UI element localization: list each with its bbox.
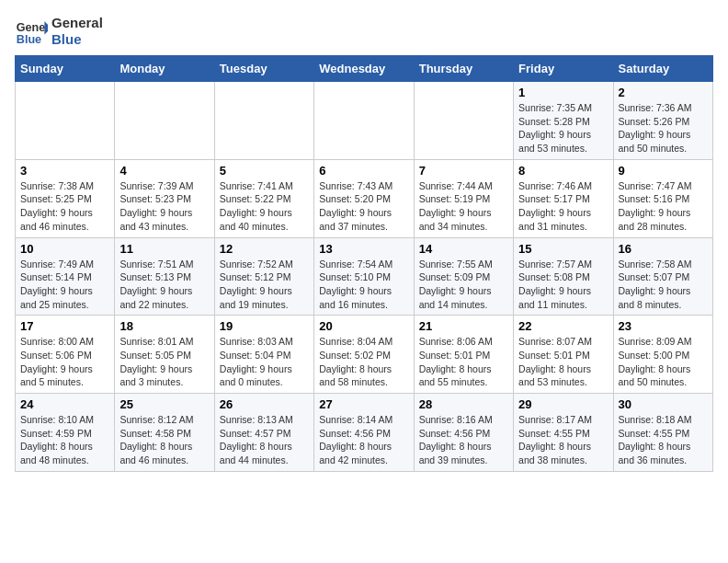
day-number: 5: [220, 164, 309, 178]
weekday-friday: Friday: [514, 56, 613, 82]
day-info: Sunrise: 8:17 AM Sunset: 4:55 PM Dayligh…: [518, 413, 608, 467]
svg-text:Blue: Blue: [17, 33, 41, 46]
calendar-cell: 10Sunrise: 7:49 AM Sunset: 5:14 PM Dayli…: [16, 237, 115, 316]
day-info: Sunrise: 7:57 AM Sunset: 5:08 PM Dayligh…: [518, 258, 608, 312]
day-info: Sunrise: 7:55 AM Sunset: 5:09 PM Dayligh…: [419, 258, 508, 312]
day-number: 23: [619, 319, 708, 333]
calendar-cell: 17Sunrise: 8:00 AM Sunset: 5:06 PM Dayli…: [16, 316, 115, 394]
day-info: Sunrise: 8:00 AM Sunset: 5:06 PM Dayligh…: [20, 335, 109, 389]
day-info: Sunrise: 7:38 AM Sunset: 5:25 PM Dayligh…: [20, 179, 109, 234]
calendar-week-4: 17Sunrise: 8:00 AM Sunset: 5:06 PM Dayli…: [16, 316, 713, 394]
calendar-week-5: 24Sunrise: 8:10 AM Sunset: 4:59 PM Dayli…: [16, 394, 713, 472]
header: General Blue General Blue: [15, 15, 713, 48]
calendar-week-3: 10Sunrise: 7:49 AM Sunset: 5:14 PM Dayli…: [16, 237, 713, 316]
day-info: Sunrise: 8:18 AM Sunset: 4:55 PM Dayligh…: [619, 413, 708, 467]
calendar-cell: 30Sunrise: 8:18 AM Sunset: 4:55 PM Dayli…: [613, 394, 712, 472]
day-number: 9: [619, 164, 708, 178]
day-number: 21: [419, 319, 508, 333]
calendar-cell: 16Sunrise: 7:58 AM Sunset: 5:07 PM Dayli…: [613, 237, 712, 316]
calendar-week-1: 1Sunrise: 7:35 AM Sunset: 5:28 PM Daylig…: [16, 82, 713, 160]
weekday-wednesday: Wednesday: [314, 56, 414, 82]
day-number: 18: [119, 319, 209, 333]
day-number: 26: [220, 397, 309, 411]
day-info: Sunrise: 7:46 AM Sunset: 5:17 PM Dayligh…: [518, 179, 608, 234]
day-info: Sunrise: 7:44 AM Sunset: 5:19 PM Dayligh…: [419, 179, 508, 234]
day-number: 19: [220, 319, 309, 333]
day-info: Sunrise: 8:03 AM Sunset: 5:04 PM Dayligh…: [220, 335, 309, 389]
day-info: Sunrise: 7:49 AM Sunset: 5:14 PM Dayligh…: [20, 258, 109, 312]
calendar-cell: 5Sunrise: 7:41 AM Sunset: 5:22 PM Daylig…: [214, 159, 313, 237]
day-number: 12: [220, 242, 309, 256]
day-number: 2: [619, 86, 708, 99]
day-number: 1: [518, 86, 608, 99]
calendar-week-2: 3Sunrise: 7:38 AM Sunset: 5:25 PM Daylig…: [16, 159, 713, 237]
day-number: 11: [119, 242, 209, 256]
day-info: Sunrise: 7:39 AM Sunset: 5:23 PM Dayligh…: [119, 179, 209, 234]
calendar-cell: 13Sunrise: 7:54 AM Sunset: 5:10 PM Dayli…: [314, 237, 414, 316]
day-info: Sunrise: 7:52 AM Sunset: 5:12 PM Dayligh…: [220, 258, 309, 312]
day-number: 24: [20, 397, 109, 411]
day-number: 20: [319, 319, 408, 333]
calendar-cell: [214, 82, 313, 160]
weekday-monday: Monday: [115, 56, 214, 82]
day-number: 4: [119, 164, 209, 178]
calendar-cell: 19Sunrise: 8:03 AM Sunset: 5:04 PM Dayli…: [214, 316, 313, 394]
day-info: Sunrise: 7:36 AM Sunset: 5:26 PM Dayligh…: [619, 101, 708, 155]
calendar-cell: 26Sunrise: 8:13 AM Sunset: 4:57 PM Dayli…: [214, 394, 313, 472]
day-info: Sunrise: 8:07 AM Sunset: 5:01 PM Dayligh…: [518, 335, 608, 389]
calendar-cell: 14Sunrise: 7:55 AM Sunset: 5:09 PM Dayli…: [414, 237, 513, 316]
day-number: 8: [518, 164, 608, 178]
day-info: Sunrise: 7:41 AM Sunset: 5:22 PM Dayligh…: [220, 179, 309, 234]
calendar-cell: 4Sunrise: 7:39 AM Sunset: 5:23 PM Daylig…: [115, 159, 214, 237]
calendar-cell: 27Sunrise: 8:14 AM Sunset: 4:56 PM Dayli…: [314, 394, 414, 472]
day-info: Sunrise: 7:58 AM Sunset: 5:07 PM Dayligh…: [619, 258, 708, 312]
calendar-cell: [314, 82, 414, 160]
day-number: 6: [319, 164, 408, 178]
day-number: 16: [619, 242, 708, 256]
day-number: 17: [20, 319, 109, 333]
day-number: 27: [319, 397, 408, 411]
calendar-cell: [115, 82, 214, 160]
day-number: 29: [518, 397, 608, 411]
day-info: Sunrise: 7:43 AM Sunset: 5:20 PM Dayligh…: [319, 179, 408, 234]
logo: General Blue General Blue: [15, 15, 103, 48]
weekday-saturday: Saturday: [613, 56, 712, 82]
day-info: Sunrise: 8:13 AM Sunset: 4:57 PM Dayligh…: [220, 413, 309, 467]
day-info: Sunrise: 8:16 AM Sunset: 4:56 PM Dayligh…: [419, 413, 508, 467]
calendar-cell: 24Sunrise: 8:10 AM Sunset: 4:59 PM Dayli…: [16, 394, 115, 472]
weekday-sunday: Sunday: [16, 56, 115, 82]
calendar-cell: 18Sunrise: 8:01 AM Sunset: 5:05 PM Dayli…: [115, 316, 214, 394]
day-info: Sunrise: 8:14 AM Sunset: 4:56 PM Dayligh…: [319, 413, 408, 467]
weekday-thursday: Thursday: [414, 56, 513, 82]
day-info: Sunrise: 8:01 AM Sunset: 5:05 PM Dayligh…: [119, 335, 209, 389]
day-info: Sunrise: 8:04 AM Sunset: 5:02 PM Dayligh…: [319, 335, 408, 389]
day-number: 28: [419, 397, 508, 411]
day-number: 7: [419, 164, 508, 178]
day-info: Sunrise: 8:06 AM Sunset: 5:01 PM Dayligh…: [419, 335, 508, 389]
day-info: Sunrise: 7:35 AM Sunset: 5:28 PM Dayligh…: [518, 101, 608, 155]
calendar-cell: [414, 82, 513, 160]
calendar-cell: 28Sunrise: 8:16 AM Sunset: 4:56 PM Dayli…: [414, 394, 513, 472]
day-info: Sunrise: 8:09 AM Sunset: 5:00 PM Dayligh…: [619, 335, 708, 389]
calendar-cell: 1Sunrise: 7:35 AM Sunset: 5:28 PM Daylig…: [514, 82, 613, 160]
day-number: 14: [419, 242, 508, 256]
calendar-cell: 11Sunrise: 7:51 AM Sunset: 5:13 PM Dayli…: [115, 237, 214, 316]
calendar-cell: 25Sunrise: 8:12 AM Sunset: 4:58 PM Dayli…: [115, 394, 214, 472]
day-number: 13: [319, 242, 408, 256]
day-number: 15: [518, 242, 608, 256]
day-info: Sunrise: 7:51 AM Sunset: 5:13 PM Dayligh…: [119, 258, 209, 312]
calendar-cell: 23Sunrise: 8:09 AM Sunset: 5:00 PM Dayli…: [613, 316, 712, 394]
calendar-table: SundayMondayTuesdayWednesdayThursdayFrid…: [15, 55, 713, 472]
calendar-cell: 20Sunrise: 8:04 AM Sunset: 5:02 PM Dayli…: [314, 316, 414, 394]
day-number: 10: [20, 242, 109, 256]
calendar-cell: 9Sunrise: 7:47 AM Sunset: 5:16 PM Daylig…: [613, 159, 712, 237]
calendar-cell: 12Sunrise: 7:52 AM Sunset: 5:12 PM Dayli…: [214, 237, 313, 316]
logo-icon: General Blue: [15, 15, 48, 48]
day-info: Sunrise: 7:47 AM Sunset: 5:16 PM Dayligh…: [619, 179, 708, 234]
day-info: Sunrise: 7:54 AM Sunset: 5:10 PM Dayligh…: [319, 258, 408, 312]
weekday-tuesday: Tuesday: [214, 56, 313, 82]
calendar-cell: 7Sunrise: 7:44 AM Sunset: 5:19 PM Daylig…: [414, 159, 513, 237]
calendar-cell: 6Sunrise: 7:43 AM Sunset: 5:20 PM Daylig…: [314, 159, 414, 237]
calendar-cell: 2Sunrise: 7:36 AM Sunset: 5:26 PM Daylig…: [613, 82, 712, 160]
calendar-cell: 15Sunrise: 7:57 AM Sunset: 5:08 PM Dayli…: [514, 237, 613, 316]
